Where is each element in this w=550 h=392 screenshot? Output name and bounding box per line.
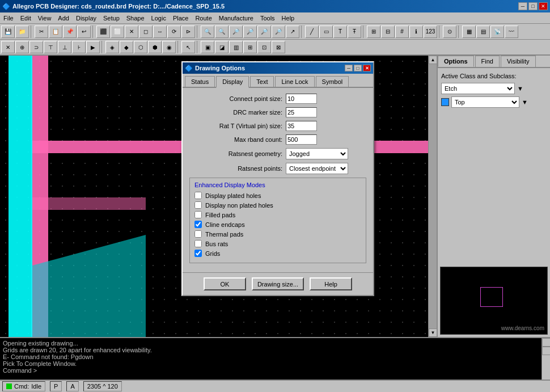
tb2-b10[interactable]: ⬡	[134, 41, 147, 53]
right-tab-find[interactable]: Find	[475, 56, 500, 67]
display-nonplated-holes-label[interactable]: Display non plated holes	[205, 202, 273, 209]
cline-endcaps-checkbox[interactable]	[194, 221, 202, 228]
menu-display[interactable]: Display	[73, 14, 100, 23]
tb-zoom-prev[interactable]: 🔎	[243, 26, 257, 38]
maximize-button[interactable]: □	[528, 2, 538, 10]
dialog-minimize-button[interactable]: ─	[345, 65, 353, 71]
canvas-area[interactable]: 🔷 Drawing Options ─ □ ✕ Status Display T…	[0, 56, 428, 337]
tb-b2[interactable]: ⬜	[111, 26, 124, 38]
filled-pads-checkbox[interactable]	[194, 211, 202, 218]
dialog-maximize-button[interactable]: □	[354, 65, 362, 71]
close-button[interactable]: ✕	[539, 2, 548, 10]
ratsnest-points-select[interactable]: Closest endpoint Any endpoint	[286, 163, 348, 174]
tb-zoom-fit[interactable]: 🔎	[229, 26, 243, 38]
tb2-b8[interactable]: ◈	[105, 41, 119, 53]
bus-rats-label[interactable]: Bus rats	[205, 241, 228, 247]
log-scrollbar[interactable]: ▲ ▼	[541, 338, 550, 380]
filled-pads-label[interactable]: Filled pads	[205, 212, 235, 218]
help-button[interactable]: Help	[310, 277, 352, 290]
tb2-b4[interactable]: ⊤	[44, 41, 57, 53]
tb-new[interactable]: 💾	[1, 26, 15, 38]
thermal-pads-label[interactable]: Thermal pads	[205, 231, 243, 238]
tb-copy[interactable]: 📋	[49, 26, 62, 38]
menu-setup[interactable]: Setup	[100, 14, 123, 23]
grids-checkbox[interactable]	[194, 250, 202, 257]
ratsnest-geometry-select[interactable]: Jogged Straight	[286, 148, 348, 159]
tb2-arrow[interactable]: ↖	[181, 41, 195, 53]
tb-cut[interactable]: ✂	[35, 26, 48, 38]
vertical-scrollbar[interactable]: ▲ ▼	[428, 56, 437, 337]
thermal-pads-checkbox[interactable]	[194, 230, 202, 238]
tb-hash2[interactable]: ▤	[476, 26, 490, 38]
menu-add[interactable]: Add	[54, 14, 73, 23]
rat-t-size-input[interactable]	[286, 121, 317, 131]
tb2-b13[interactable]: ▣	[201, 41, 214, 53]
tb2-b16[interactable]: ⊞	[243, 41, 257, 53]
tb-text2[interactable]: Ŧ	[348, 26, 361, 38]
tb2-b12[interactable]: ◉	[162, 41, 176, 53]
log-scroll-down[interactable]: ▼	[542, 347, 550, 355]
tb2-b5[interactable]: ⊥	[58, 41, 71, 53]
tb2-b17[interactable]: ⊡	[257, 41, 271, 53]
scroll-up-arrow[interactable]: ▲	[429, 56, 437, 64]
menu-edit[interactable]: Edit	[17, 14, 35, 23]
right-tab-options[interactable]: Options	[438, 56, 474, 67]
display-plated-holes-label[interactable]: Display plated holes	[205, 192, 261, 199]
ok-button[interactable]: OK	[204, 277, 246, 290]
tb-signal[interactable]: 📡	[490, 26, 504, 38]
connect-point-size-input[interactable]	[286, 94, 317, 104]
tb2-b3[interactable]: ⊃	[29, 41, 43, 53]
right-tab-visibility[interactable]: Visibility	[501, 56, 536, 67]
tb2-b15[interactable]: ▥	[229, 41, 243, 53]
log-scroll-up[interactable]: ▲	[542, 338, 550, 347]
tab-display[interactable]: Display	[216, 76, 249, 88]
cline-endcaps-label[interactable]: Cline endcaps	[205, 221, 245, 228]
subclass-dropdown[interactable]: Top	[451, 96, 519, 108]
tb-b1[interactable]: ⬛	[96, 26, 110, 38]
bus-rats-checkbox[interactable]	[194, 240, 202, 247]
menu-help[interactable]: Help	[278, 14, 298, 23]
tb-b7[interactable]: ⊳	[181, 26, 195, 38]
tb-zoom-next[interactable]: 🔎	[257, 26, 271, 38]
scroll-down-arrow[interactable]: ▼	[429, 328, 437, 337]
tb-grid2[interactable]: ⊟	[381, 26, 395, 38]
tab-status[interactable]: Status	[185, 76, 215, 87]
tb-open[interactable]: 📁	[15, 26, 29, 38]
tb-line[interactable]: ╱	[305, 26, 319, 38]
display-nonplated-holes-checkbox[interactable]	[194, 201, 202, 209]
tab-text[interactable]: Text	[250, 76, 274, 87]
tab-linelock[interactable]: Line Lock	[275, 76, 314, 87]
tb-wifi[interactable]: 〰	[505, 26, 518, 38]
tb2-b9[interactable]: ◆	[120, 41, 133, 53]
tb-rect[interactable]: ▭	[319, 26, 333, 38]
tb-paste[interactable]: 📌	[63, 26, 77, 38]
menu-file[interactable]: File	[0, 14, 17, 23]
tb-zoom-in[interactable]: 🔍	[201, 26, 214, 38]
tb2-b6[interactable]: ⊦	[72, 41, 86, 53]
menu-shape[interactable]: Shape	[123, 14, 148, 23]
tb2-b1[interactable]: ✕	[1, 41, 15, 53]
tb-info[interactable]: ℹ	[409, 26, 423, 38]
tb-b5[interactable]: ↔	[153, 26, 167, 38]
drc-marker-size-input[interactable]	[286, 107, 317, 117]
minimize-button[interactable]: ─	[518, 2, 527, 10]
tb-b3[interactable]: ✕	[125, 26, 138, 38]
tb-b6[interactable]: ⟳	[167, 26, 181, 38]
max-rband-input[interactable]	[286, 134, 317, 145]
tb-num[interactable]: #	[395, 26, 409, 38]
menu-route[interactable]: Route	[192, 14, 215, 23]
tb-circle[interactable]: ⊙	[443, 26, 456, 38]
dialog-close-button[interactable]: ✕	[363, 65, 371, 71]
tb2-b18[interactable]: ⊠	[272, 41, 285, 53]
menu-manufacture[interactable]: Manufacture	[215, 14, 257, 23]
tb2-b11[interactable]: ⬢	[148, 41, 162, 53]
tb-b4[interactable]: ◻	[139, 26, 153, 38]
menu-tools[interactable]: Tools	[257, 14, 278, 23]
tb2-b14[interactable]: ◪	[215, 41, 229, 53]
drawing-size-button[interactable]: Drawing size...	[252, 277, 304, 290]
tb2-b2[interactable]: ⊕	[15, 41, 29, 53]
tb-123[interactable]: 123	[424, 26, 437, 38]
grids-label[interactable]: Grids	[205, 250, 220, 257]
menu-view[interactable]: View	[35, 14, 55, 23]
menu-logic[interactable]: Logic	[148, 14, 170, 23]
